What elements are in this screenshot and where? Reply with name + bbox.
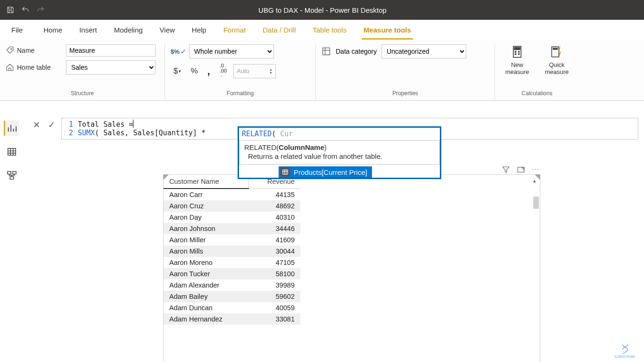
svg-rect-15 bbox=[518, 167, 524, 173]
table-row[interactable]: Aaron Mills30044 bbox=[164, 246, 300, 257]
scroll-up-arrow[interactable]: ▴ bbox=[533, 178, 536, 184]
svg-point-6 bbox=[515, 54, 516, 55]
table-row[interactable]: Aaron Johnson34446 bbox=[164, 223, 300, 234]
commit-formula-button[interactable]: ✓ bbox=[44, 118, 58, 132]
group-properties-label: Properties bbox=[322, 90, 489, 99]
cell-name: Adam Hernandez bbox=[164, 313, 249, 325]
svg-rect-3 bbox=[514, 48, 520, 50]
svg-rect-12 bbox=[13, 172, 16, 174]
redo-button[interactable] bbox=[34, 3, 47, 16]
column-header-name[interactable]: Customer Name bbox=[164, 175, 249, 189]
table-row[interactable]: Aaron Tucker58100 bbox=[164, 268, 300, 280]
calculator-icon bbox=[510, 44, 525, 59]
report-view-button[interactable] bbox=[4, 121, 19, 136]
quick-access-toolbar bbox=[4, 3, 47, 16]
table-row[interactable]: Adam Duncan40059 bbox=[164, 302, 300, 313]
tab-format[interactable]: Format bbox=[215, 20, 255, 40]
cell-revenue: 40310 bbox=[249, 212, 300, 223]
table-row[interactable]: Aaron Miller41609 bbox=[164, 234, 300, 246]
table-row[interactable]: Aaron Day40310 bbox=[164, 212, 300, 223]
ribbon: Name Home table Sales Structure $% bbox=[0, 40, 644, 101]
tab-modeling[interactable]: Modeling bbox=[106, 20, 151, 40]
table-row[interactable]: Adam Bailey59602 bbox=[164, 291, 300, 302]
home-icon bbox=[6, 63, 14, 72]
data-category-label: Data category bbox=[336, 48, 377, 55]
more-options-button[interactable]: ··· bbox=[532, 165, 540, 175]
thousands-button[interactable]: , bbox=[205, 67, 213, 75]
group-formatting-label: Formatting bbox=[171, 90, 310, 99]
data-category-select[interactable]: Uncategorized bbox=[381, 44, 466, 58]
group-properties: Data category Uncategorized Properties bbox=[316, 43, 495, 100]
svg-rect-10 bbox=[8, 148, 16, 156]
svg-rect-13 bbox=[10, 177, 13, 180]
data-view-button[interactable] bbox=[4, 144, 19, 159]
cell-revenue: 47105 bbox=[249, 257, 300, 268]
svg-rect-11 bbox=[8, 172, 11, 174]
ribbon-tabs: File Home Insert Modeling View Help Form… bbox=[0, 20, 644, 40]
data-table: Customer Name Revenue Aaron Carr44135Aar… bbox=[164, 175, 300, 325]
cell-name: Aaron Johnson bbox=[164, 223, 249, 234]
tab-home[interactable]: Home bbox=[35, 20, 71, 40]
table-icon bbox=[7, 147, 17, 157]
group-calculations: New measure Quick measure Calculations bbox=[495, 43, 579, 100]
tab-table-tools[interactable]: Table tools bbox=[304, 20, 355, 40]
new-measure-button[interactable]: New measure bbox=[501, 44, 534, 75]
view-switcher bbox=[0, 116, 24, 183]
tab-data-drill[interactable]: Data / Drill bbox=[254, 20, 304, 40]
table-row[interactable]: Aaron Moreno47105 bbox=[164, 257, 300, 268]
cell-name: Adam Alexander bbox=[164, 280, 249, 291]
cell-name: Aaron Moreno bbox=[164, 257, 249, 268]
model-view-button[interactable] bbox=[4, 168, 19, 183]
home-table-select[interactable]: Sales bbox=[66, 60, 156, 74]
table-row[interactable]: Adam Hernandez33081 bbox=[164, 313, 300, 325]
table-visual[interactable]: ··· Customer Name Revenue Aaron Carr4413… bbox=[163, 174, 540, 362]
tab-view[interactable]: View bbox=[151, 20, 183, 40]
cell-name: Aaron Mills bbox=[164, 246, 249, 257]
cancel-formula-button[interactable]: ✕ bbox=[29, 118, 43, 132]
tab-help[interactable]: Help bbox=[183, 20, 215, 40]
focus-mode-button[interactable] bbox=[517, 165, 525, 175]
table-row[interactable]: Adam Alexander39989 bbox=[164, 280, 300, 291]
tab-insert[interactable]: Insert bbox=[71, 20, 106, 40]
svg-rect-1 bbox=[323, 48, 330, 55]
cell-revenue: 41609 bbox=[249, 234, 300, 246]
svg-rect-9 bbox=[553, 48, 558, 49]
tag-icon bbox=[6, 46, 14, 55]
scroll-thumb[interactable] bbox=[533, 197, 539, 209]
dna-icon bbox=[620, 344, 630, 354]
format-select[interactable]: Whole number bbox=[189, 44, 274, 58]
scrollbar[interactable]: ▴ bbox=[533, 178, 539, 362]
cell-name: Aaron Cruz bbox=[164, 200, 249, 212]
format-icon: $% bbox=[171, 48, 185, 55]
measure-name-input[interactable] bbox=[66, 44, 156, 57]
decimals-button[interactable]: .0.00→ bbox=[217, 62, 230, 80]
percent-button[interactable]: % bbox=[188, 65, 200, 77]
decimals-input[interactable]: Auto ▲▼ bbox=[233, 64, 276, 78]
cell-name: Aaron Carr bbox=[164, 189, 249, 200]
table-row[interactable]: Aaron Carr44135 bbox=[164, 189, 300, 200]
spinner-arrows[interactable]: ▲▼ bbox=[269, 68, 272, 74]
cell-revenue: 34446 bbox=[249, 223, 300, 234]
tab-file[interactable]: File bbox=[3, 20, 31, 40]
cell-revenue: 30044 bbox=[249, 246, 300, 257]
cell-name: Aaron Miller bbox=[164, 234, 249, 246]
svg-point-0 bbox=[11, 49, 12, 49]
save-button[interactable] bbox=[4, 3, 17, 16]
undo-button[interactable] bbox=[19, 3, 32, 16]
filter-button[interactable] bbox=[502, 165, 510, 175]
cell-revenue: 59602 bbox=[249, 291, 300, 302]
currency-button[interactable]: $▾ bbox=[171, 65, 184, 77]
intellisense-signature: RELATED(ColumnName) bbox=[244, 143, 435, 151]
quick-measure-button[interactable]: Quick measure bbox=[540, 44, 573, 75]
table-row[interactable]: Aaron Cruz48692 bbox=[164, 200, 300, 212]
window-title: UBG to DAX - Model - Power BI Desktop bbox=[47, 6, 598, 14]
tab-measure-tools[interactable]: Measure tools bbox=[355, 20, 420, 40]
group-structure-label: Structure bbox=[6, 90, 159, 99]
intellisense-suggestion[interactable]: Products[Current Price] bbox=[279, 166, 372, 178]
svg-rect-14 bbox=[283, 170, 288, 174]
subscribe-watermark: SUBSCRIBE bbox=[614, 344, 636, 358]
model-icon bbox=[7, 170, 17, 181]
cell-name: Aaron Day bbox=[164, 212, 249, 223]
chart-icon bbox=[7, 123, 17, 133]
svg-point-4 bbox=[515, 51, 516, 52]
